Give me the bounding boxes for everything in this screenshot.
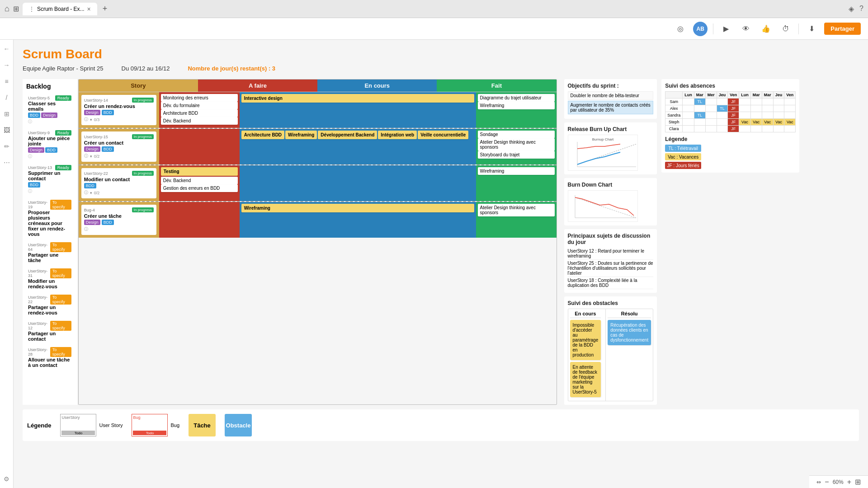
absence-header-day: Mer bbox=[705, 92, 717, 99]
absence-cell bbox=[762, 112, 773, 119]
absence-cell: Vac bbox=[739, 119, 751, 126]
absence-cell bbox=[739, 105, 751, 112]
absence-header-day: Jeu bbox=[717, 92, 728, 99]
legend-tache: Tâche bbox=[189, 414, 216, 436]
svg-text:Burnup Chart: Burnup Chart bbox=[592, 137, 613, 141]
like-icon[interactable]: 👍 bbox=[759, 22, 773, 36]
user-avatar[interactable]: AB bbox=[693, 22, 708, 36]
status-badge: Ready bbox=[55, 130, 71, 136]
afaire-cell bbox=[159, 202, 240, 238]
share-button[interactable]: Partager bbox=[824, 23, 861, 35]
obstacles-resolu: Résolu Récupération des données clients … bbox=[605, 309, 653, 401]
home-icon[interactable]: ⌂ bbox=[5, 4, 9, 14]
backlog-item-title: Proposer plusieurs créneaux pour fixer u… bbox=[28, 210, 72, 237]
pages-icon[interactable]: ⊞ bbox=[13, 5, 19, 13]
absence-cell: TL bbox=[694, 99, 705, 105]
clock-icon[interactable]: ⏱ bbox=[778, 22, 793, 36]
obstacles-encours: En cours Impossible d'accéder au paramét… bbox=[568, 309, 603, 401]
story-info-icon: ⓘ bbox=[84, 226, 88, 232]
days-remaining: Nombre de jour(s) restant(s) : 3 bbox=[188, 65, 275, 72]
story-status: In progress bbox=[132, 134, 154, 139]
backlog-item-meta: ⓘ bbox=[28, 188, 72, 194]
target-icon[interactable]: ◎ bbox=[673, 22, 688, 36]
task-card: Wireframing bbox=[478, 102, 555, 109]
legend-tache-box: Tâche bbox=[189, 414, 216, 436]
new-tab-button[interactable]: + bbox=[103, 4, 108, 14]
story-info-icon: ⓘ bbox=[84, 153, 88, 159]
absence-cell bbox=[739, 112, 751, 119]
story-expand[interactable]: ▾ bbox=[90, 154, 92, 159]
story-expand[interactable]: ▾ bbox=[90, 117, 92, 122]
play-icon[interactable]: ▶ bbox=[719, 22, 733, 36]
legend-bug-todo: Todo bbox=[133, 431, 166, 435]
badge-design: Design bbox=[84, 146, 100, 152]
absence-cell bbox=[773, 112, 784, 119]
task-card: Gestion des erreurs en BDD bbox=[161, 184, 238, 192]
legend-section-title: Légende bbox=[27, 422, 51, 429]
absence-cell bbox=[694, 119, 705, 126]
right-left-col: Objectifs du sprint : Doubler le nombre … bbox=[564, 79, 657, 405]
extension-icon[interactable]: ◈ bbox=[849, 5, 854, 13]
encours-cell: Interactive design bbox=[240, 92, 476, 128]
story-counter: 0/2 bbox=[94, 191, 100, 195]
backlog-item-title: Allouer une tâche à un contact bbox=[28, 357, 72, 368]
legend-bug: Bug Todo Bug bbox=[132, 414, 179, 436]
story-title: Modifier un contact bbox=[84, 177, 154, 182]
toolbar-divider-2 bbox=[798, 23, 799, 34]
legend-userstory: UserStory Todo User Story bbox=[60, 414, 123, 436]
sidebar-icon-pencil[interactable]: / bbox=[1, 92, 12, 103]
help-icon[interactable]: ? bbox=[859, 5, 863, 13]
task-card: Architecture BDD bbox=[161, 109, 238, 117]
tab-close-button[interactable]: × bbox=[87, 5, 91, 13]
sidebar-icon-image[interactable]: 🖼 bbox=[1, 125, 12, 136]
burndown-title: Burn Down Chart bbox=[568, 182, 654, 188]
download-icon[interactable]: ⬇ bbox=[804, 22, 819, 36]
story-footer: ⓘ ▾ 0/2 bbox=[84, 190, 154, 196]
absence-cell bbox=[784, 126, 796, 132]
absence-person: Sandra bbox=[665, 112, 683, 119]
afaire-cell: Monitoring des erreurs Dév. du formulair… bbox=[159, 92, 240, 128]
zoom-in-button[interactable]: + bbox=[847, 478, 851, 486]
backlog-item-title: Partager un contact bbox=[28, 331, 72, 342]
absence-cell: JF bbox=[728, 119, 739, 126]
backlog-item-title: Partager une tâche bbox=[28, 252, 72, 263]
absence-cell bbox=[773, 105, 784, 112]
task-card: Diagramme du trajet utilisateur bbox=[478, 94, 555, 102]
task-card: Atelier Design thinking avec sponsors bbox=[478, 204, 555, 216]
sidebar-nav-1[interactable]: ← bbox=[1, 43, 12, 54]
legend-bug-label: Bug bbox=[133, 415, 166, 420]
absence-header-day: Mar bbox=[750, 92, 762, 99]
absence-cell: Vac bbox=[773, 119, 784, 126]
task-card: Veille concurrentielle bbox=[418, 131, 468, 139]
absence-row: Clara JF bbox=[665, 126, 796, 132]
fit-icon[interactable]: ⇔ bbox=[816, 479, 821, 485]
objective-item: Doubler le nombre de bêta-testeur bbox=[568, 91, 654, 100]
absence-cell bbox=[705, 99, 717, 105]
sidebar-icon-settings[interactable]: ⚙ bbox=[1, 474, 12, 484]
toolbar-divider-1 bbox=[713, 23, 713, 34]
absence-cell bbox=[705, 105, 717, 112]
absence-cell bbox=[784, 99, 796, 105]
story-expand[interactable]: ▾ bbox=[90, 191, 92, 195]
story-title: Créer une tâche bbox=[84, 213, 154, 219]
obstacle-card: En attente de feedback de l'équipe marke… bbox=[570, 362, 601, 397]
main-content: Scrum Board Equipe Agile Raptor - Sprint… bbox=[14, 40, 868, 488]
sidebar-nav-2[interactable]: → bbox=[1, 60, 12, 70]
sidebar-icon-dots[interactable]: ⋯ bbox=[1, 157, 12, 168]
grid-icon[interactable]: ⊞ bbox=[855, 478, 861, 486]
task-card: Architecture BDD bbox=[241, 131, 284, 139]
backlog-item-id: UserStory-19 bbox=[28, 200, 50, 209]
absence-header-day: Lun bbox=[739, 92, 751, 99]
badge-design: Design bbox=[41, 113, 57, 118]
story-card: UserStory-22 In progress Modifier un con… bbox=[81, 168, 156, 198]
sidebar-icon-brush[interactable]: ✏ bbox=[1, 141, 12, 152]
zoom-out-button[interactable]: − bbox=[825, 478, 829, 486]
sprint-dates: Du 09/12 au 16/12 bbox=[122, 65, 170, 72]
sidebar-icon-table[interactable]: ⊞ bbox=[1, 108, 12, 119]
absence-cell bbox=[683, 105, 694, 112]
browser-tab[interactable]: ⋮ Scrum Board - Ex... × bbox=[23, 3, 97, 15]
legend-items: TL : Télétravail Vac : Vacances JF : Jou… bbox=[665, 145, 796, 169]
badge-design: Design bbox=[84, 220, 100, 225]
view-icon[interactable]: 👁 bbox=[739, 22, 753, 36]
sidebar-icon-list[interactable]: ≡ bbox=[1, 76, 12, 87]
